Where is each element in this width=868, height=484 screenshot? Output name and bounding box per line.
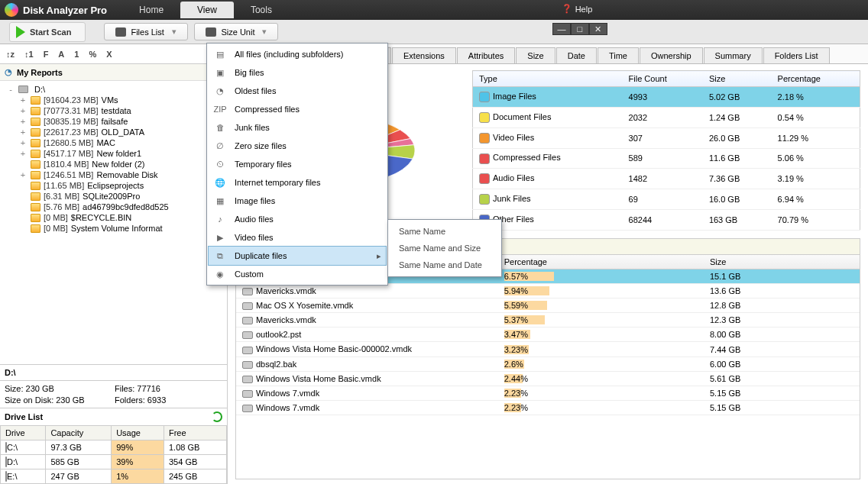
tree-node[interactable]: [1810.4 MB] New folder (2) [3, 159, 224, 169]
minimize-button[interactable]: — [552, 23, 571, 35]
view-tab[interactable]: Ownership [640, 47, 703, 63]
submenu-item[interactable]: Same Name and Size [391, 240, 498, 257]
view-tab[interactable]: Attributes [457, 47, 515, 63]
refresh-icon[interactable] [212, 411, 222, 422]
dropdown-item[interactable]: ▣Big files [209, 63, 386, 82]
drive-row[interactable]: D:\585 GB39%354 GB [1, 455, 227, 469]
dropdown-item[interactable]: ▶Video files [209, 228, 386, 247]
view-tab[interactable]: Extensions [392, 47, 456, 63]
play-icon [16, 26, 25, 38]
maximize-button[interactable]: □ [571, 23, 589, 35]
tree-node[interactable]: [0 MB] System Volume Informat [3, 223, 224, 234]
dropdown-item[interactable]: ◔Oldest files [209, 82, 386, 100]
tree-node[interactable]: [6.31 MB] SQLite2009Pro [3, 191, 224, 202]
disk-icon [242, 288, 253, 295]
help-link[interactable]: ❓ Help [562, 4, 593, 14]
dropdown-item[interactable]: ▦Image files [209, 192, 386, 210]
view-tab[interactable]: Date [556, 47, 597, 63]
drive-row[interactable]: C:\97.3 GB99%1.08 GB [1, 440, 227, 455]
tree-node[interactable]: +[1246.51 MB] Removable Disk [3, 169, 224, 180]
type-row[interactable]: Junk Files6916.0 GB6.94 % [473, 189, 860, 210]
view-tab[interactable]: Summary [704, 47, 763, 63]
file-row[interactable]: Mavericks.vmdk5.94%13.6 GB [236, 284, 860, 298]
tree-node[interactable]: [5.76 MB] ad46799bc9dfed8d525 [3, 202, 224, 212]
type-row[interactable]: Video Files30726.0 GB11.29 % [473, 127, 860, 148]
tab-home[interactable]: Home [122, 2, 180, 18]
col-header[interactable]: Free [164, 426, 226, 440]
sort-btn[interactable]: ↕z [2, 47, 19, 61]
tree-node[interactable]: - D:\ [3, 84, 224, 95]
col-header[interactable]: Percentage [772, 71, 860, 87]
file-row[interactable]: Windows 7.vmdk2.23%5.15 GB [236, 386, 860, 400]
submenu-item[interactable]: Same Name and Date [391, 257, 498, 273]
disk-icon [242, 361, 253, 369]
tree-node[interactable]: +[70773.31 MB] testdata [3, 105, 224, 116]
file-row[interactable]: outlook2.pst3.47%8.00 GB [236, 328, 860, 342]
top-files-table[interactable]: NamePercentageSizeWindows 7-000004.vmdk6… [235, 255, 860, 479]
col-header[interactable]: Capacity [46, 426, 112, 440]
col-header[interactable]: Size [703, 71, 772, 87]
tab-tools[interactable]: Tools [234, 2, 289, 18]
file-types-table[interactable]: TypeFile CountSizePercentage Image Files… [472, 70, 860, 231]
submenu-item[interactable]: Same Name [391, 223, 498, 240]
files-list-dropdown[interactable]: ▤All files (including subfolders)▣Big fi… [206, 43, 388, 286]
sort-btn[interactable]: ↕1 [20, 47, 38, 61]
file-row[interactable]: Windows 7.vmdk2.23%5.15 GB [236, 400, 860, 415]
type-row[interactable]: Other Files68244163 GB70.79 % [473, 210, 860, 231]
folder-icon [31, 118, 40, 126]
col-header[interactable]: Size [704, 255, 860, 269]
folder-tree[interactable]: - D:\+[91604.23 MB] VMs+[70773.31 MB] te… [0, 81, 227, 364]
view-tab[interactable]: Time [598, 47, 639, 63]
col-header[interactable]: Percentage [498, 255, 704, 269]
col-header[interactable]: File Count [623, 71, 703, 87]
dropdown-item[interactable]: ⏲Temporary files [209, 155, 386, 173]
sort-btn[interactable]: % [84, 47, 101, 61]
view-tab[interactable]: Size [516, 47, 555, 63]
view-tab[interactable]: Folders List [763, 47, 830, 63]
clock-icon [206, 27, 216, 37]
drive-list-table: DriveCapacityUsageFree C:\97.3 GB99%1.08… [0, 425, 227, 484]
titlebar: Disk Analyzer Pro Home View Tools ✸ Sett… [0, 0, 868, 20]
col-header[interactable]: Usage [112, 426, 164, 440]
menu-icon: ▤ [213, 48, 227, 60]
tree-node[interactable]: [0 MB] $RECYCLE.BIN [3, 212, 224, 223]
type-row[interactable]: Document Files20321.24 GB0.54 % [473, 107, 860, 127]
dropdown-item[interactable]: 🌐Internet temporary files [209, 173, 386, 192]
dropdown-item[interactable]: ZIPCompressed files [209, 100, 386, 118]
tree-node[interactable]: [11.65 MB] Eclipseprojects [3, 180, 224, 191]
file-row[interactable]: Mac OS X Yosemite.vmdk5.59%12.8 GB [236, 298, 860, 313]
dropdown-item[interactable]: 🗑Junk files [209, 118, 386, 137]
tree-node[interactable]: +[4517.17 MB] New folder1 [3, 148, 224, 159]
tree-node[interactable]: +[12680.5 MB] MAC [3, 137, 224, 148]
file-row[interactable]: dbsql2.bak2.6%6.00 GB [236, 357, 860, 371]
file-row[interactable]: Mavericks.vmdk5.37%12.3 GB [236, 313, 860, 328]
tab-view[interactable]: View [180, 2, 234, 18]
sort-btn[interactable]: A [53, 47, 69, 61]
files-list-button[interactable]: Files List ▾ [104, 23, 188, 40]
dropdown-item[interactable]: ▤All files (including subfolders) [209, 45, 386, 63]
col-header[interactable]: Type [473, 71, 623, 87]
file-row[interactable]: Windows Vista Home Basic.vmdk2.44%5.61 G… [236, 371, 860, 386]
dropdown-item[interactable]: ⧉Duplicate files▸ [208, 246, 387, 266]
drive-list-header: Drive List [0, 408, 227, 425]
close-button[interactable]: ✕ [589, 23, 607, 35]
duplicate-files-submenu[interactable]: Same NameSame Name and SizeSame Name and… [387, 219, 502, 277]
left-panel: ↕z↕1FA1%X ◔My Reports - D:\+[91604.23 MB… [0, 44, 228, 484]
type-row[interactable]: Image Files49935.02 GB2.18 % [473, 87, 860, 108]
dropdown-item[interactable]: ∅Zero size files [209, 137, 386, 155]
dropdown-item[interactable]: ◉Custom [209, 265, 386, 283]
file-row[interactable]: Windows Vista Home Basic-000002.vmdk3.23… [236, 342, 860, 357]
dropdown-item[interactable]: ♪Audio files [209, 210, 386, 228]
sort-btn[interactable]: X [102, 47, 116, 61]
sort-btn[interactable]: 1 [70, 47, 83, 61]
type-row[interactable]: Audio Files14827.36 GB3.19 % [473, 169, 860, 189]
drive-row[interactable]: E:\247 GB1%245 GB [1, 469, 227, 484]
tree-node[interactable]: +[22617.23 MB] OLD_DATA [3, 127, 224, 137]
sort-btn[interactable]: F [39, 47, 53, 61]
type-row[interactable]: Compressed Files58911.6 GB5.06 % [473, 148, 860, 169]
start-scan-button[interactable]: Start Scan [9, 22, 86, 42]
size-unit-button[interactable]: Size Unit ▾ [194, 23, 278, 40]
tree-node[interactable]: +[30835.19 MB] failsafe [3, 116, 224, 127]
tree-node[interactable]: +[91604.23 MB] VMs [3, 95, 224, 105]
col-header[interactable]: Drive [1, 426, 46, 440]
